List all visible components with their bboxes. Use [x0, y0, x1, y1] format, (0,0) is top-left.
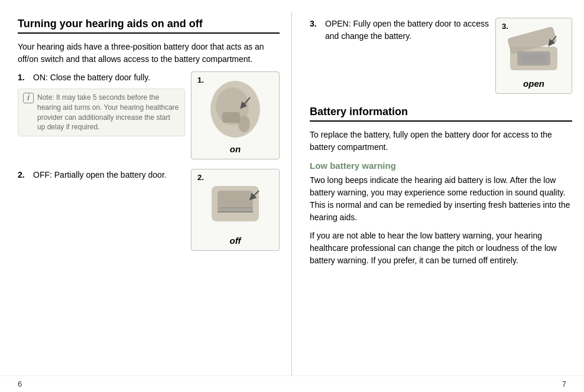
- image-on-label-bottom: on: [230, 144, 241, 154]
- item-off-layout: 2. OFF: Partially open the battery door.…: [18, 169, 280, 251]
- battery-section: Battery information To replace the batte…: [310, 106, 572, 267]
- image-open-label-top: 3.: [502, 22, 508, 31]
- image-off-label-bottom: off: [230, 236, 241, 246]
- item-off: 2. OFF: Partially open the battery door.: [18, 169, 185, 181]
- item-on-layout: 1. ON: Close the battery door fully. i N…: [18, 71, 280, 159]
- image-on-box: 1.: [191, 71, 280, 159]
- svg-rect-13: [521, 54, 547, 63]
- image-open-label-bottom: open: [523, 79, 544, 89]
- image-on-label-top: 1.: [197, 76, 204, 84]
- image-off-box: 2.: [191, 169, 280, 251]
- battery-section-title: Battery information: [310, 106, 572, 122]
- svg-rect-3: [222, 112, 240, 123]
- item-on-label: ON: Close the battery door fully.: [33, 71, 150, 84]
- image-off-label-top: 2.: [197, 173, 204, 182]
- item-open-content: 3. OPEN: Fully open the battery door to …: [310, 18, 489, 47]
- item-off-number: 2.: [18, 169, 30, 181]
- info-icon: i: [23, 93, 34, 103]
- svg-rect-6: [218, 191, 253, 208]
- note-box: i Note: It may take 5 seconds before the…: [18, 89, 185, 136]
- svg-rect-7: [218, 207, 253, 212]
- item-open: 3. OPEN: Fully open the battery door to …: [310, 18, 489, 43]
- image-open-box: 3.: [495, 18, 572, 94]
- left-intro-text: Your hearing aids have a three-position …: [18, 41, 280, 66]
- item-open-label: OPEN: Fully open the battery door to acc…: [325, 18, 489, 43]
- hearing-aid-on-image: [200, 77, 271, 142]
- item-off-label: OFF: Partially open the battery door.: [33, 169, 167, 181]
- item-on-number: 1.: [18, 71, 30, 84]
- hearing-aid-open-image: [504, 23, 563, 76]
- item-off-content: 2. OFF: Partially open the battery door.: [18, 169, 185, 186]
- low-warning-heading: Low battery warning: [310, 161, 572, 171]
- note-text: Note: It may take 5 seconds before the h…: [37, 93, 180, 132]
- item-open-layout: 3. OPEN: Fully open the battery door to …: [310, 18, 572, 94]
- low-warning-text2: If you are not able to hear the low batt…: [310, 230, 572, 267]
- left-section-title: Turning your hearing aids on and off: [18, 18, 280, 34]
- item-on-content: 1. ON: Close the battery door fully. i N…: [18, 71, 185, 136]
- item-on: 1. ON: Close the battery door fully.: [18, 71, 185, 84]
- low-warning-text1: Two long beeps indicate the hearing aid …: [310, 174, 572, 224]
- hearing-aid-off-image: [200, 174, 271, 233]
- battery-intro-text: To replace the battery, fully open the b…: [310, 129, 572, 153]
- item-open-number: 3.: [310, 18, 322, 30]
- page-number-left: 6: [0, 376, 22, 392]
- footer: 6 7: [0, 375, 584, 392]
- page-number-right: 7: [562, 376, 584, 392]
